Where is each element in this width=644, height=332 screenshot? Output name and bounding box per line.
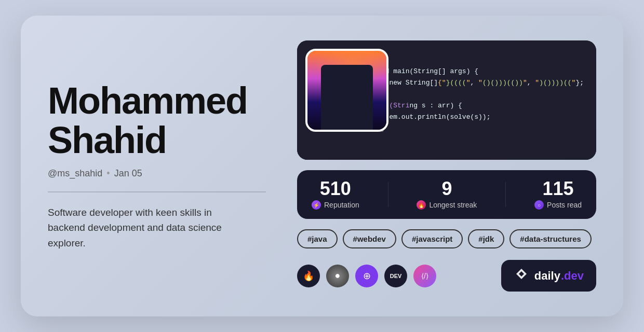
social-icons: 🔥 ● ⊕ DEV ⟨/⟩	[297, 265, 436, 287]
posts-value: 115	[542, 179, 573, 198]
user-name: Mohammed Shahid	[48, 81, 266, 160]
stat-divider-2	[505, 182, 506, 207]
brand-name: daily	[534, 269, 560, 283]
tags-area: #java #webdev #javascript #jdk #data-str…	[297, 229, 596, 248]
posts-label: ○ Posts read	[534, 200, 582, 210]
posts-icon: ○	[534, 200, 544, 210]
avatar-image	[307, 51, 386, 130]
user-meta: @ms_shahid • Jan 05	[48, 168, 266, 179]
avatar	[305, 49, 388, 132]
code-icon[interactable]: ⟨/⟩	[413, 265, 436, 287]
stat-divider-1	[388, 182, 388, 207]
stat-posts: 115 ○ Posts read	[534, 179, 582, 210]
brand-suffix: .dev	[561, 269, 584, 283]
tag-jdk[interactable]: #jdk	[468, 229, 504, 248]
flame-icon[interactable]: 🔥	[297, 265, 320, 287]
user-bio: Software developer with keen skills in b…	[48, 205, 245, 251]
stats-bar: 510 ⚡ Reputation 9 🔥 Longest streak 115 …	[297, 170, 596, 219]
tag-java[interactable]: #java	[297, 229, 338, 248]
streak-label: 🔥 Longest streak	[417, 200, 477, 210]
left-panel: Mohammed Shahid @ms_shahid • Jan 05 Soft…	[48, 40, 266, 292]
tag-javascript[interactable]: #javascript	[401, 229, 463, 248]
right-panel: void main(String[] args) { r = new Strin…	[297, 40, 596, 292]
join-date: Jan 05	[114, 168, 142, 179]
tag-data-structures[interactable]: #data-structures	[509, 229, 592, 248]
bottom-row: 🔥 ● ⊕ DEV ⟨/⟩ daily .dev	[297, 260, 596, 292]
tag-webdev[interactable]: #webdev	[343, 229, 396, 248]
user-handle: @ms_shahid	[48, 168, 102, 179]
reputation-value: 510	[320, 179, 351, 198]
streak-icon: 🔥	[417, 200, 426, 210]
stat-streak: 9 🔥 Longest streak	[417, 179, 477, 210]
reputation-icon: ⚡	[312, 200, 321, 210]
circle-icon[interactable]: ●	[326, 265, 349, 287]
stat-reputation: 510 ⚡ Reputation	[312, 179, 359, 210]
dev-icon[interactable]: DEV	[384, 265, 407, 287]
brand-badge: daily .dev	[501, 260, 596, 292]
profile-banner: void main(String[] args) { r = new Strin…	[297, 40, 596, 160]
profile-card: Mohammed Shahid @ms_shahid • Jan 05 Soft…	[21, 16, 623, 316]
meta-dot: •	[106, 168, 110, 179]
brand-text: daily .dev	[534, 269, 584, 283]
crosshair-icon[interactable]: ⊕	[355, 265, 378, 287]
divider	[48, 191, 266, 192]
streak-value: 9	[441, 179, 452, 198]
reputation-label: ⚡ Reputation	[312, 200, 359, 210]
code-snippet: void main(String[] args) { r = new Strin…	[373, 66, 584, 135]
brand-logo-icon	[514, 266, 529, 285]
